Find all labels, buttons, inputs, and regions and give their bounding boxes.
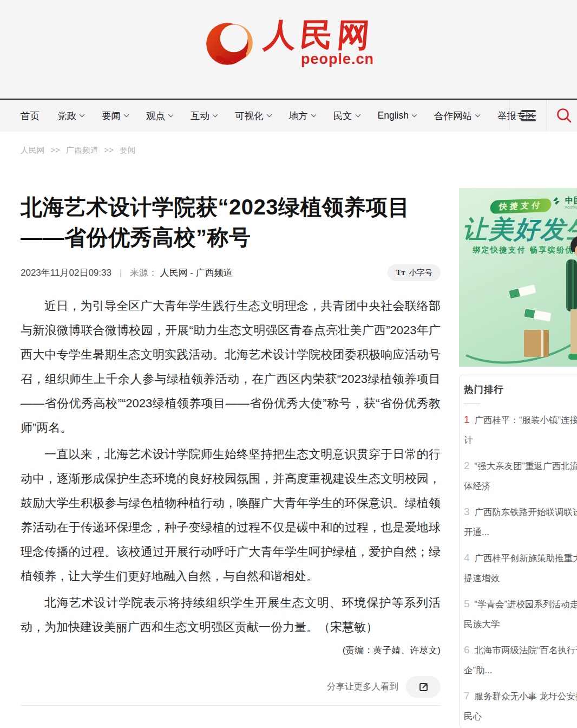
share-button[interactable] <box>406 676 441 698</box>
ad-parcel-box <box>524 330 549 357</box>
rank-number: 1 <box>464 414 470 425</box>
share-icon <box>418 682 429 692</box>
breadcrumb-link-yaowen[interactable]: 要闻 <box>120 146 136 154</box>
bank-ad-banner[interactable]: 中国邮政储蓄银行 POSTAL SAVINGS BANK OF CHINA 快捷… <box>459 188 577 367</box>
chevron-down-icon <box>311 112 316 118</box>
chevron-down-icon <box>80 112 85 118</box>
hot-list-item[interactable]: 5“学青会”进校园系列活动走 民族大学 <box>464 594 577 634</box>
logo-cn-text: 人民网 <box>262 18 376 52</box>
hot-list-item[interactable]: 6北海市两级法院“百名执行干 企”助... <box>464 640 577 680</box>
chevron-down-icon <box>168 112 174 118</box>
bank-logo-icon <box>551 196 562 206</box>
breadcrumb-link-people[interactable]: 人民网 <box>21 146 45 154</box>
breadcrumb: 人民网 >> 广西频道 >> 要闻 <box>21 145 136 155</box>
rank-number: 7 <box>464 690 470 701</box>
rank-number: 2 <box>464 460 470 471</box>
paragraph-3: 北海艺术设计学院表示将持续组织学生开展生态文明、环境保护等系列活动，为加快建设美… <box>21 590 441 639</box>
paragraph-1: 近日，为引导全区广大青年学生践行生态文明理念，共青团中央社会联络部与新浪微博联合… <box>21 294 441 440</box>
article-meta: 2023年11月02日09:33 | 来源： 人民网 - 广西频道 Tт 小字号 <box>21 264 441 281</box>
page: 人民网 people.cn 首页 党政 要闻 观点 互动 可视化 地方 民文 E… <box>0 0 577 728</box>
hot-title-underline <box>464 404 480 404</box>
nav-divider <box>546 100 547 131</box>
font-size-button[interactable]: Tт 小字号 <box>388 264 441 281</box>
hot-list-item[interactable]: 1广西桂平：“服装小镇”连接 计 <box>464 410 577 450</box>
hot-list-item[interactable]: 4广西桂平创新施策助推重大项 提速增效 <box>464 548 577 588</box>
nav-item-difang[interactable]: 地方 <box>289 109 316 122</box>
ad-badge: 快捷支付 <box>489 198 552 214</box>
article: 北海艺术设计学院获“2023绿植领养项目——省份优秀高校”称号 2023年11月… <box>21 183 441 706</box>
people-cn-swirl-logo-icon <box>203 16 256 69</box>
nav-item-english[interactable]: English <box>378 110 416 121</box>
chevron-down-icon <box>124 112 129 118</box>
nav-item-home[interactable]: 首页 <box>21 109 40 122</box>
search-icon[interactable] <box>555 107 573 127</box>
hot-ranking-panel: 热门排行 1广西桂平：“服装小镇”连接 计 2“强大亲友团”重返广西北流 体经济… <box>459 374 577 728</box>
nav-item-hezuowangzhan[interactable]: 合作网站 <box>434 109 480 122</box>
share-row: 分享让更多人看到 <box>21 676 441 698</box>
site-logo[interactable]: 人民网 people.cn <box>203 16 374 69</box>
font-size-icon: Tт <box>396 268 405 277</box>
chevron-down-icon <box>266 112 272 118</box>
page-title: 北海艺术设计学院获“2023绿植领养项目——省份优秀高校”称号 <box>21 192 421 252</box>
nav-item-keshihua[interactable]: 可视化 <box>235 109 271 122</box>
rank-number: 4 <box>464 552 470 563</box>
hot-list-item[interactable]: 3广西防东铁路开始联调联试 预 开通... <box>464 502 577 542</box>
hot-list-item[interactable]: 2“强大亲友团”重返广西北流 体经济 <box>464 456 577 496</box>
hot-list-item[interactable]: 7服务群众无小事 龙圩公安排忧 民心 <box>464 686 577 726</box>
nav-item-yaowen[interactable]: 要闻 <box>102 109 128 122</box>
nav-item-guandian[interactable]: 观点 <box>146 109 173 122</box>
article-bottom-divider <box>21 705 441 706</box>
nav-item-minwen[interactable]: 民文 <box>333 109 360 122</box>
share-label: 分享让更多人看到 <box>327 681 398 693</box>
chevron-down-icon <box>355 112 360 118</box>
bank-brand: 中国邮政储蓄银行 POSTAL SAVINGS BANK OF CHINA <box>551 196 577 209</box>
logo-en-text: people.cn <box>301 51 374 68</box>
ad-person-illustration <box>555 236 577 367</box>
chevron-down-icon <box>475 112 480 118</box>
breadcrumb-link-guangxi[interactable]: 广西频道 <box>66 146 99 154</box>
article-body: 近日，为引导全区广大青年学生践行生态文明理念，共青团中央社会联络部与新浪微博联合… <box>21 294 441 639</box>
site-header: 人民网 people.cn <box>0 0 577 99</box>
nav-divider <box>509 100 510 131</box>
hot-ranking-title: 热门排行 <box>464 383 577 396</box>
chevron-down-icon <box>213 112 218 118</box>
rank-number: 5 <box>464 598 470 609</box>
chevron-down-icon <box>411 112 417 118</box>
nav-item-dangzheng[interactable]: 党政 <box>57 109 84 122</box>
rank-number: 6 <box>464 644 470 655</box>
editor-note: (责编：黄子婧、许荩文) <box>21 642 441 659</box>
paragraph-2: 一直以来，北海艺术设计学院师生始终坚持把生态文明意识贯穿于日常的行动中，逐渐形成… <box>21 442 441 588</box>
nav-item-hudong[interactable]: 互动 <box>191 109 217 122</box>
source-label: 来源： <box>130 268 158 278</box>
rank-number: 3 <box>464 506 470 517</box>
main-navbar: 首页 党政 要闻 观点 互动 可视化 地方 民文 English 合作网站 举报… <box>0 99 577 132</box>
article-date: 2023年11月02日09:33 <box>21 268 112 278</box>
source-link[interactable]: 人民网 - 广西频道 <box>160 268 233 278</box>
hamburger-menu-icon[interactable] <box>521 110 536 121</box>
